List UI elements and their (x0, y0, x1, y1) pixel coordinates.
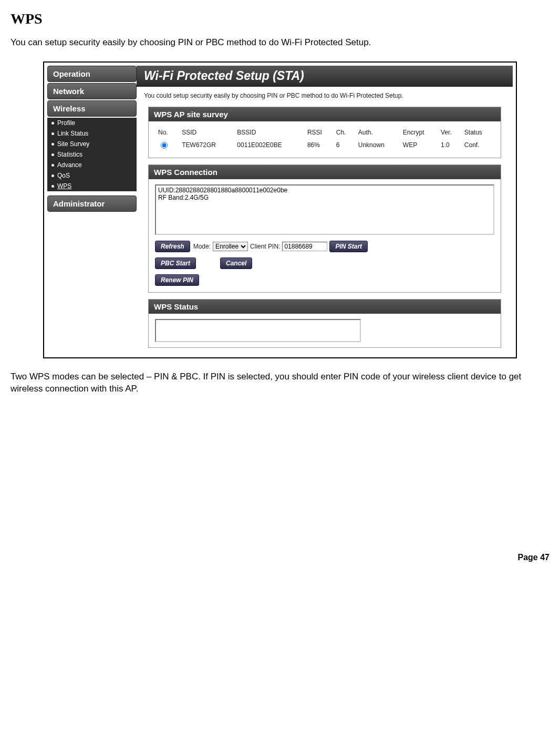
col-no: No. (155, 127, 179, 138)
sidebar-section-operation[interactable]: Operation (47, 66, 137, 82)
bullet-icon (51, 122, 54, 125)
sidebar-item-advance[interactable]: Advance (47, 160, 137, 170)
panel-wps-status: WPS Status (148, 299, 501, 348)
survey-table: No. SSID BSSID RSSI Ch. Auth. Encrypt Ve… (155, 127, 494, 152)
refresh-button[interactable]: Refresh (155, 241, 190, 252)
cell-rssi: 86% (304, 138, 333, 152)
mode-label: Mode: (193, 243, 211, 250)
bullet-icon (51, 143, 54, 146)
doc-intro: You can setup security easily by choosin… (11, 37, 549, 49)
col-rssi: RSSI (304, 127, 333, 138)
pin-start-button[interactable]: PIN Start (329, 241, 368, 252)
table-header-row: No. SSID BSSID RSSI Ch. Auth. Encrypt Ve… (155, 127, 494, 138)
cell-ssid: TEW672GR (179, 138, 234, 152)
col-status: Status (461, 127, 494, 138)
table-row: TEW672GR 0011E002E0BE 86% 6 Unknown WEP … (155, 138, 494, 152)
sidebar-section-wireless[interactable]: Wireless (47, 100, 137, 117)
status-textarea[interactable] (155, 319, 361, 342)
sidebar-item-statistics[interactable]: Statistics (47, 149, 137, 160)
main-content: Wi-Fi Protected Setup (STA) You could se… (137, 66, 513, 354)
row-select-radio[interactable] (161, 142, 168, 149)
sidebar-item-link-status[interactable]: Link Status (47, 128, 137, 139)
col-ssid: SSID (179, 127, 234, 138)
mode-select[interactable]: Enrollee (213, 242, 248, 251)
page-title: Wi-Fi Protected Setup (STA) (137, 66, 513, 87)
pbc-start-button[interactable]: PBC Start (155, 257, 196, 269)
cell-status: Conf. (461, 138, 494, 152)
sidebar-item-qos[interactable]: QoS (47, 170, 137, 181)
bullet-icon (51, 153, 54, 156)
sidebar-section-network[interactable]: Network (47, 83, 137, 99)
cell-ver: 1.0 (438, 138, 461, 152)
col-ver: Ver. (438, 127, 461, 138)
panel-heading: WPS Connection (149, 165, 501, 179)
doc-outro: Two WPS modes can be selected – PIN & PB… (11, 371, 549, 395)
cell-encrypt: WEP (400, 138, 438, 152)
cancel-button[interactable]: Cancel (220, 257, 252, 269)
col-ch: Ch. (333, 127, 355, 138)
bullet-icon (51, 174, 54, 177)
sidebar: Operation Network Wireless Profile Link … (47, 66, 137, 354)
embedded-screenshot: Operation Network Wireless Profile Link … (43, 61, 517, 358)
cell-auth: Unknown (355, 138, 400, 152)
renew-pin-button[interactable]: Renew PIN (155, 274, 199, 286)
cell-bssid: 0011E002E0BE (234, 138, 304, 152)
panel-wps-connection: WPS Connection Refresh Mode: Enrollee Cl… (148, 164, 501, 293)
col-bssid: BSSID (234, 127, 304, 138)
client-pin-label: Client PIN: (250, 243, 280, 250)
sidebar-item-site-survey[interactable]: Site Survey (47, 139, 137, 149)
sidebar-item-wps[interactable]: WPS (47, 181, 137, 191)
sidebar-item-profile[interactable]: Profile (47, 118, 137, 128)
panel-heading: WPS Status (149, 300, 501, 314)
col-encrypt: Encrypt (400, 127, 438, 138)
panel-wps-ap-site-survey: WPS AP site survey No. SSID BSSID RSSI C… (148, 107, 501, 158)
page-subtitle: You could setup security easily by choos… (137, 87, 513, 107)
panel-heading: WPS AP site survey (149, 107, 501, 121)
client-pin-input[interactable] (282, 242, 327, 251)
doc-heading: WPS (11, 11, 549, 27)
bullet-icon (51, 132, 54, 135)
col-auth: Auth. (355, 127, 400, 138)
connection-info-textarea[interactable] (155, 184, 494, 235)
page-number: Page 47 (11, 553, 549, 562)
cell-ch: 6 (333, 138, 355, 152)
sidebar-section-administrator[interactable]: Administrator (47, 195, 137, 212)
bullet-icon (51, 164, 54, 167)
bullet-icon (51, 185, 54, 188)
